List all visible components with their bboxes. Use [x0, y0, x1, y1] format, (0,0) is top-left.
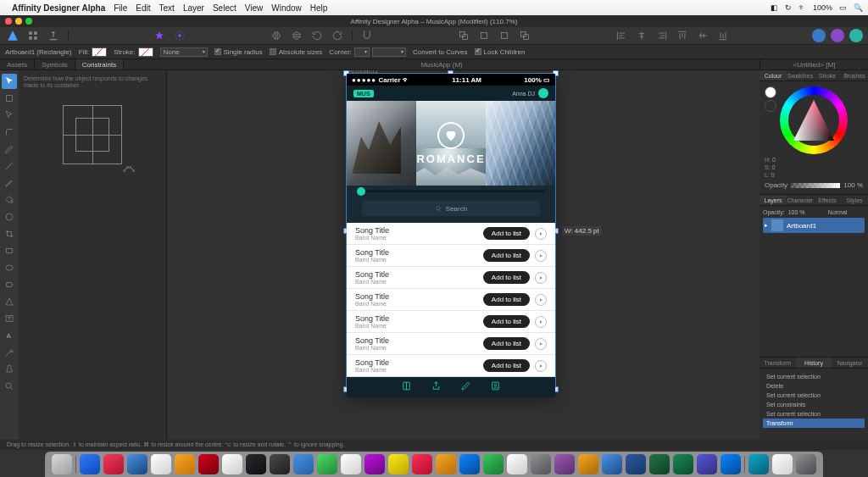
persona-export-icon[interactable] [46, 28, 61, 43]
align-center-h-icon[interactable] [634, 28, 649, 43]
dock-app[interactable] [127, 454, 147, 474]
menubar-sync-icon[interactable]: ↻ [785, 3, 792, 12]
corner-tool[interactable] [2, 125, 17, 140]
document-tab[interactable]: MusicApp (M) [124, 59, 760, 69]
dock-app[interactable] [697, 454, 717, 474]
phone-slider[interactable] [347, 186, 555, 197]
tabbar-edit-icon[interactable] [460, 380, 471, 395]
arrange-forward-icon[interactable] [497, 28, 512, 43]
menu-view[interactable]: View [245, 3, 264, 13]
tab-transform[interactable]: Transform [760, 358, 796, 368]
persona-designer-icon[interactable] [5, 28, 20, 43]
tab-styles[interactable]: Styles [841, 195, 868, 205]
constraints-widget[interactable]: ⤢⤡ [54, 97, 131, 173]
tab-assets[interactable]: Assets [0, 59, 35, 69]
preferences-icon[interactable] [172, 28, 187, 43]
arrange-back-icon[interactable] [456, 28, 471, 43]
align-bottom-icon[interactable] [715, 28, 731, 43]
blend-mode-dropdown[interactable]: Normal [828, 209, 865, 215]
rotate-ccw-icon[interactable] [309, 28, 325, 43]
move-tool[interactable] [2, 74, 17, 89]
close-icon[interactable] [5, 18, 12, 25]
header-tag[interactable]: MUS [353, 90, 374, 97]
tab-layers[interactable]: Layers [760, 195, 787, 205]
tab-character[interactable]: Character [787, 195, 814, 205]
dock-app[interactable] [673, 454, 693, 474]
view-tool[interactable] [2, 362, 17, 377]
menubar-battery[interactable]: 100% [813, 3, 832, 12]
dock-app[interactable] [507, 454, 527, 474]
dock-app[interactable] [459, 454, 480, 474]
menubar-battery-icon[interactable]: ▭ [839, 3, 847, 12]
menu-edit[interactable]: Edit [136, 3, 150, 13]
shape-rect-tool[interactable] [2, 243, 17, 258]
slider-knob[interactable] [357, 187, 365, 196]
menu-window[interactable]: Window [271, 3, 302, 13]
tab-history[interactable]: History [796, 358, 832, 368]
tab-symbols[interactable]: Symbols [35, 59, 75, 69]
corner-type-dropdown[interactable] [354, 47, 370, 57]
account-avatar-3[interactable] [849, 29, 863, 42]
menubar-search-icon[interactable]: 🔍 [854, 3, 863, 12]
zoom-icon[interactable] [25, 18, 32, 25]
add-to-list-button[interactable]: Add to list [483, 249, 530, 262]
avatar[interactable] [538, 88, 548, 98]
convert-to-curves-button[interactable]: Convert to Curves [413, 48, 467, 56]
layer-row[interactable]: ▸ Artboard1 [763, 218, 865, 233]
dock-app[interactable] [721, 454, 741, 474]
lock-children-checkbox[interactable] [475, 48, 481, 55]
menubar-wifi-icon[interactable]: ᯤ [798, 3, 806, 12]
dock-app[interactable] [317, 454, 337, 474]
play-icon[interactable] [535, 316, 547, 328]
fill-tool[interactable] [2, 192, 17, 208]
history-item[interactable]: Delete [763, 381, 865, 391]
play-icon[interactable] [535, 272, 547, 284]
colour-picker-tool[interactable] [2, 345, 17, 360]
dock-app[interactable] [531, 454, 551, 474]
constraint-arrows-icon[interactable]: ⤢⤡ [122, 164, 134, 175]
history-item[interactable]: Set current selection [763, 372, 865, 381]
tab-brushes[interactable]: Brushes [841, 70, 868, 80]
brush-tool[interactable] [2, 175, 17, 191]
hero-heart-icon[interactable] [437, 122, 465, 149]
app-name[interactable]: Affinity Designer Alpha [12, 3, 105, 13]
play-icon[interactable] [535, 250, 547, 262]
add-to-list-button[interactable]: Add to list [483, 337, 530, 350]
menu-layer[interactable]: Layer [183, 3, 204, 13]
play-icon[interactable] [535, 294, 547, 306]
shape-ellipse-tool[interactable] [2, 260, 17, 275]
transparency-tool[interactable] [2, 209, 17, 225]
dock-app[interactable] [796, 454, 816, 474]
arrange-front-icon[interactable] [517, 28, 532, 43]
flip-horizontal-icon[interactable] [269, 28, 284, 43]
align-left-icon[interactable] [614, 28, 629, 43]
dock-app[interactable] [222, 454, 242, 474]
tab-colour[interactable]: Colour [760, 70, 787, 80]
arrange-backward-icon[interactable] [476, 28, 492, 43]
colour-wheel[interactable] [780, 86, 848, 154]
dock-app[interactable] [649, 454, 670, 474]
align-center-v-icon[interactable] [695, 28, 710, 43]
dock-app[interactable] [175, 454, 195, 474]
dock-app[interactable] [52, 454, 72, 474]
tab-swatches[interactable]: Swatches [787, 70, 814, 80]
play-icon[interactable] [535, 360, 547, 372]
dock-app[interactable] [626, 454, 646, 474]
flip-vertical-icon[interactable] [289, 28, 304, 43]
canvas[interactable]: Artboard1 W: 442.5 pt ●●●●● Carrier ᯤ 11… [167, 70, 760, 446]
menu-file[interactable]: File [114, 3, 127, 13]
phone-search[interactable]: Search [362, 201, 540, 216]
corner-value[interactable] [372, 47, 406, 57]
shape-rounded-tool[interactable] [2, 277, 17, 292]
dock-app[interactable] [578, 454, 598, 474]
opacity-slider[interactable] [791, 183, 840, 188]
history-item[interactable]: Set current selection [763, 391, 865, 400]
dock-app[interactable] [412, 454, 432, 474]
tab-stroke[interactable]: Stroke [814, 70, 841, 80]
dock-app[interactable] [748, 454, 769, 474]
assistant-icon[interactable] [152, 28, 167, 43]
history-item[interactable]: Set current selection [763, 409, 865, 419]
dock-app[interactable] [483, 454, 504, 474]
align-right-icon[interactable] [654, 28, 670, 43]
dock-app[interactable] [151, 454, 171, 474]
